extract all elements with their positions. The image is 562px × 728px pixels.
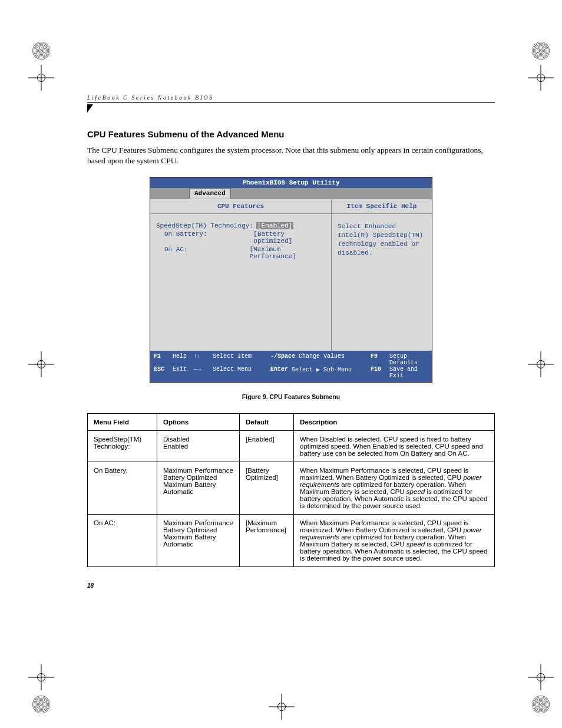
reg-mark <box>32 41 51 60</box>
bios-setting-label: On Battery: <box>156 230 253 245</box>
cell-description: When Maximum Performance is selected, CP… <box>294 515 495 567</box>
bios-setting-value: [Enabled] <box>256 222 293 229</box>
cell-default: [Battery Optimized] <box>240 462 294 515</box>
cross-mark <box>28 664 54 690</box>
th-description: Description <box>294 414 495 431</box>
table-row: SpeedStep(TM) Technology:DisabledEnabled… <box>88 431 495 462</box>
bios-footer-label: Save and Exit <box>389 366 428 379</box>
bios-setting-value: [Maximum Performance] <box>250 246 325 260</box>
bios-footer-cell: -/SpaceChange Values <box>270 353 371 366</box>
bios-settings-panel: SpeedStep(TM) Technology:[Enabled]On Bat… <box>150 214 331 351</box>
reg-mark <box>32 695 51 714</box>
bios-footer-key: F1 <box>154 353 169 366</box>
bios-footer: F1Help↑↓Select Item-/SpaceChange ValuesF… <box>150 351 432 382</box>
cross-mark <box>28 351 54 377</box>
cross-mark <box>528 65 554 91</box>
bios-footer-cell: F1Help <box>154 353 194 366</box>
cell-menu-field: On Battery: <box>88 462 157 515</box>
bios-tab-advanced: Advanced <box>189 188 231 199</box>
cell-default: [Enabled] <box>240 431 294 462</box>
table-row: On Battery:Maximum PerformanceBattery Op… <box>88 462 495 515</box>
bios-title: PhoenixBIOS Setup Utility <box>150 177 432 188</box>
bios-setting-label: On AC: <box>156 246 250 260</box>
bios-footer-label: Select ▶ Sub-Menu <box>292 366 352 379</box>
cross-mark <box>528 351 554 377</box>
cell-options: Maximum PerformanceBattery OptimizedMaxi… <box>157 462 240 515</box>
cell-default: [Maximum Performance] <box>240 515 294 567</box>
th-menu-field: Menu Field <box>88 414 157 431</box>
section-marker-icon <box>87 104 93 113</box>
bios-tab-bar: Advanced <box>150 188 432 199</box>
options-table: Menu Field Options Default Description S… <box>87 413 495 567</box>
bios-footer-cell: ESCExit <box>154 366 194 379</box>
bios-screenshot: PhoenixBIOS Setup Utility Advanced CPU F… <box>150 177 432 383</box>
cross-mark <box>28 65 54 91</box>
bios-footer-label: Change Values <box>299 353 345 366</box>
bios-footer-cell: EnterSelect ▶ Sub-Menu <box>270 366 371 379</box>
bios-footer-cell: ←→Select Menu <box>194 366 270 379</box>
bios-footer-cell: F9Setup Defaults <box>371 353 428 366</box>
cell-description: When Maximum Performance is selected, CP… <box>294 462 495 515</box>
bios-footer-key: Enter <box>270 366 288 379</box>
cross-mark <box>269 694 295 720</box>
bios-setting-label: SpeedStep(TM) Technology: <box>156 222 256 229</box>
reg-mark <box>531 41 550 60</box>
bios-right-title: Item Specific Help <box>332 199 432 214</box>
bios-left-title: CPU Features <box>150 199 331 214</box>
reg-mark <box>531 695 550 714</box>
bios-help-text: Select Enhanced Intel(R) SpeedStep(TM) T… <box>332 214 432 265</box>
cross-mark <box>528 664 554 690</box>
cell-options: Maximum PerformanceBattery OptimizedMaxi… <box>157 515 240 567</box>
bios-footer-cell: F10Save and Exit <box>371 366 428 379</box>
cell-description: When Disabled is selected, CPU speed is … <box>294 431 495 462</box>
cell-options: DisabledEnabled <box>157 431 240 462</box>
bios-footer-key: ↑↓ <box>194 353 209 366</box>
bios-footer-key: F10 <box>371 366 386 379</box>
table-row: On AC:Maximum PerformanceBattery Optimiz… <box>88 515 495 567</box>
th-default: Default <box>240 414 294 431</box>
bios-footer-label: Setup Defaults <box>389 353 428 366</box>
th-options: Options <box>157 414 240 431</box>
figure-caption: Figure 9. CPU Features Submenu <box>87 393 495 400</box>
bios-footer-key: ←→ <box>194 366 209 379</box>
bios-footer-key: ESC <box>154 366 169 379</box>
bios-setting-row: On Battery:[Battery Optimized] <box>156 230 325 245</box>
running-head: LifeBook C Series Notebook BIOS <box>87 94 495 103</box>
cell-menu-field: On AC: <box>88 515 157 567</box>
page-number: 18 <box>87 582 495 589</box>
bios-setting-row: On AC:[Maximum Performance] <box>156 246 325 260</box>
bios-footer-label: Exit <box>173 366 187 379</box>
bios-footer-key: F9 <box>371 353 386 366</box>
bios-footer-label: Select Item <box>213 353 252 366</box>
bios-setting-value: [Battery Optimized] <box>253 230 325 245</box>
cell-menu-field: SpeedStep(TM) Technology: <box>88 431 157 462</box>
intro-paragraph: The CPU Features Submenu configures the … <box>87 145 495 166</box>
bios-footer-cell: ↑↓Select Item <box>194 353 270 366</box>
section-heading: CPU Features Submenu of the Advanced Men… <box>87 129 495 139</box>
bios-setting-row: SpeedStep(TM) Technology:[Enabled] <box>156 222 325 229</box>
bios-footer-key: -/Space <box>270 353 295 366</box>
bios-footer-label: Select Menu <box>213 366 252 379</box>
bios-footer-label: Help <box>173 353 187 366</box>
